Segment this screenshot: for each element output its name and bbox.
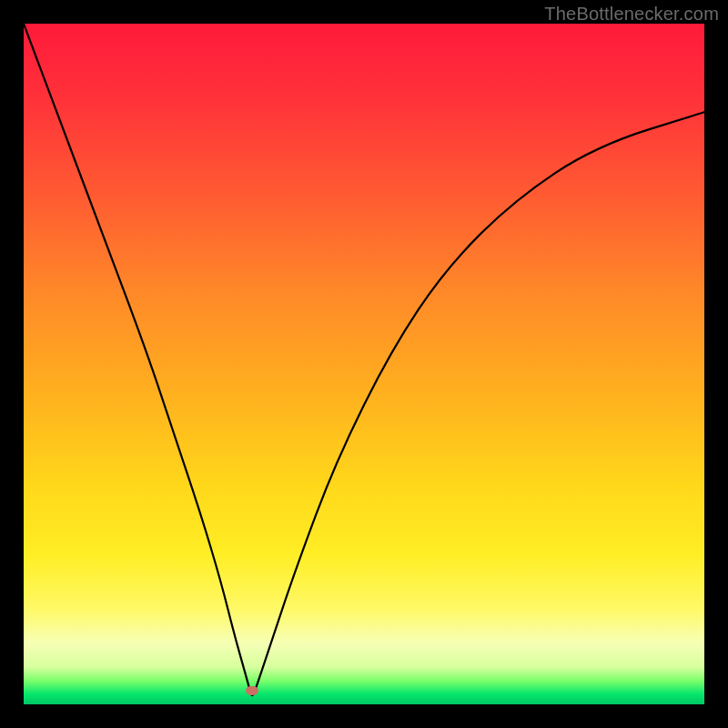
- watermark-text: TheBottlenecker.com: [544, 4, 719, 25]
- optimum-marker: [246, 686, 258, 695]
- bottleneck-curve: [24, 24, 704, 695]
- curve-layer: [24, 24, 704, 704]
- chart-frame: TheBottlenecker.com: [0, 0, 728, 728]
- plot-area: [24, 24, 704, 704]
